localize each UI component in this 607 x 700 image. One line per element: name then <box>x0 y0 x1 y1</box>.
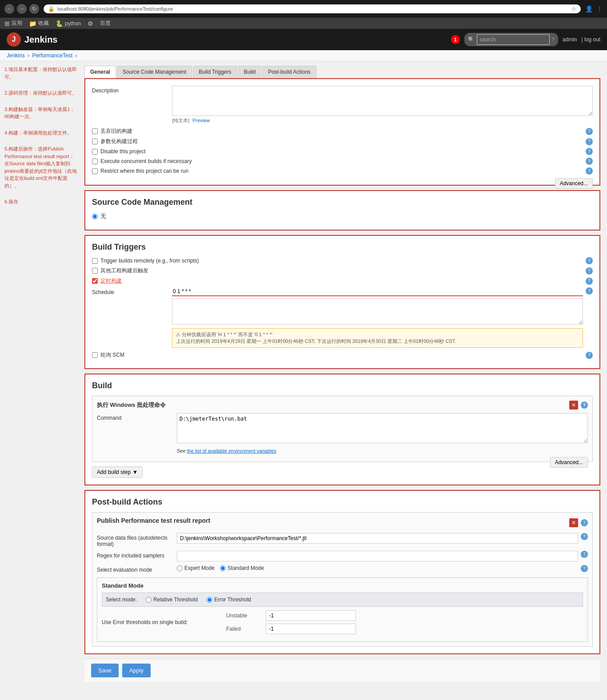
env-link[interactable]: the list of available environment variab… <box>187 448 276 453</box>
notification-badge[interactable]: 1 <box>451 35 460 44</box>
description-textarea[interactable] <box>172 86 593 116</box>
concurrent-builds-checkbox[interactable] <box>92 159 98 164</box>
user-label[interactable]: admin <box>563 36 577 43</box>
trigger-other-checkbox[interactable] <box>92 268 98 274</box>
source-files-help-icon[interactable]: ? <box>581 533 588 540</box>
sidebar-note3-text: 3.构建触发器：举例每天凌晨1：00构建一次。 <box>4 106 78 120</box>
command-row: Command D:\jmeterTest\run.bat <box>97 413 588 445</box>
general-advanced-button[interactable]: Advanced... <box>555 178 593 189</box>
tab-source-code[interactable]: Source Code Management <box>117 66 192 78</box>
python-item[interactable]: 🐍 python <box>56 20 81 27</box>
regex-input[interactable] <box>177 551 578 561</box>
checkbox-row-3: Disable this project ? <box>92 148 593 155</box>
preview-link[interactable]: Preview <box>192 118 210 123</box>
regex-label: Regex for included samplers <box>97 551 177 559</box>
help-icon-1[interactable]: ? <box>586 128 593 135</box>
jenkins-logo: J Jenkins <box>7 32 57 47</box>
schedule-textarea[interactable] <box>172 298 583 325</box>
poll-scm-label: 轮询 SCM <box>100 351 124 359</box>
sidebar-note2: 2.源码管理：保持默认认值即可。 <box>4 89 78 97</box>
failed-input[interactable] <box>266 624 356 634</box>
build-step-close-button[interactable]: ✕ <box>569 401 578 410</box>
standard-mode-box: Standard Mode Select mode: Relative Thre… <box>97 577 588 642</box>
help-icon-3[interactable]: ? <box>586 148 593 155</box>
poll-scm-checkbox[interactable] <box>92 352 98 358</box>
baidu-label: 百度 <box>100 20 111 27</box>
apps-item[interactable]: ⊞ 应用 <box>4 20 22 27</box>
select-mode-label: Select mode: <box>106 597 137 603</box>
jenkins-right: 1 🔍 ? admin | log out <box>451 33 600 46</box>
profile-icon[interactable]: 👤 <box>585 5 593 12</box>
breadcrumb: Jenkins » PerformanceTest » <box>0 50 607 61</box>
restrict-where-label: Restrict where this project can be run <box>100 168 188 174</box>
menu-icon[interactable]: ⋮ <box>596 5 603 12</box>
sidebar-note1: 1.项目基本配置：保持默认认值即可。 <box>4 66 78 80</box>
jenkins-title: Jenkins <box>24 35 57 45</box>
post-build-help-icon[interactable]: ? <box>581 519 588 526</box>
eval-mode-help-icon[interactable]: ? <box>581 565 588 572</box>
help-icon-schedule[interactable]: ? <box>586 287 593 294</box>
save-button[interactable]: Save <box>91 664 119 677</box>
python-icon: 🐍 <box>56 20 63 27</box>
regex-help-icon[interactable]: ? <box>581 551 588 558</box>
sidebar-note5-text: 5.构建后操作：选择Publish Performance test resul… <box>4 145 78 189</box>
tab-build-triggers[interactable]: Build Triggers <box>193 66 237 78</box>
help-icon-5[interactable]: ? <box>586 167 593 175</box>
search-box[interactable]: 🔍 ? <box>464 33 558 46</box>
folder-icon: 📁 <box>29 20 36 27</box>
chevron-down-icon: ▼ <box>132 469 138 475</box>
search-input[interactable] <box>477 34 550 45</box>
grid-icon: ⊞ <box>4 20 10 27</box>
logout-link[interactable]: | log out <box>582 36 600 43</box>
sidebar-note3: 3.构建触发器：举例每天凌晨1：00构建一次。 <box>4 106 78 120</box>
build-step-help-icon[interactable]: ? <box>581 402 588 409</box>
standard-mode-radio[interactable] <box>220 565 226 571</box>
breadcrumb-jenkins-link[interactable]: Jenkins <box>7 52 25 59</box>
bookmarks-item[interactable]: 📁 收藏 <box>29 20 49 27</box>
error-threshold-label: Error Threshold <box>214 597 251 603</box>
parametrize-checkbox[interactable] <box>92 139 98 144</box>
error-threshold-radio[interactable] <box>207 597 212 603</box>
add-step-row: Add build step ▼ <box>92 466 593 478</box>
trigger-remote-checkbox[interactable] <box>92 258 98 264</box>
baidu-item[interactable]: 百度 <box>100 20 111 27</box>
breadcrumb-job-link[interactable]: PerformanceTest <box>32 52 72 59</box>
source-files-input[interactable] <box>177 533 578 544</box>
forward-button[interactable]: → <box>17 4 27 14</box>
help-icon-t1[interactable]: ? <box>586 257 593 264</box>
discard-old-builds-label: 丢弃旧的构建 <box>100 127 132 135</box>
schedule-input[interactable] <box>172 287 583 296</box>
unstable-input[interactable] <box>266 610 356 621</box>
relative-threshold-radio[interactable] <box>146 597 152 603</box>
failed-label: Failed <box>226 626 262 632</box>
apply-button[interactable]: Apply <box>122 664 151 677</box>
trigger-cron-checkbox[interactable] <box>92 278 98 284</box>
expert-mode-radio[interactable] <box>177 565 183 571</box>
main-layout: 1.项目基本配置：保持默认认值即可。 2.源码管理：保持默认认值即可。 3.构建… <box>0 61 607 686</box>
help-icon-2[interactable]: ? <box>586 138 593 145</box>
tab-post-build[interactable]: Post-build Actions <box>262 66 316 78</box>
refresh-button[interactable]: ↻ <box>29 4 39 14</box>
help-icon-poll[interactable]: ? <box>586 352 593 359</box>
back-button[interactable]: ← <box>4 4 14 14</box>
settings-item[interactable]: ⚙ <box>88 20 93 27</box>
discard-old-builds-checkbox[interactable] <box>92 128 98 134</box>
build-advanced-button[interactable]: Advanced... <box>550 457 588 468</box>
help-icon-4[interactable]: ? <box>586 158 593 165</box>
none-radio[interactable] <box>92 214 98 219</box>
help-icon-t2[interactable]: ? <box>586 267 593 274</box>
trigger-remote-label: Trigger builds remotely (e.g., from scri… <box>100 258 199 264</box>
command-textarea[interactable]: D:\jmeterTest\run.bat <box>177 413 588 443</box>
address-bar[interactable]: 🔒 localhost:8080/jenkins/job/Performance… <box>44 4 581 13</box>
lock-icon: 🔒 <box>48 6 55 12</box>
post-build-close-button[interactable]: ✕ <box>569 518 578 527</box>
env-prefix: See <box>177 448 187 453</box>
help-icon-t3[interactable]: ? <box>586 278 593 285</box>
add-build-step-button[interactable]: Add build step ▼ <box>92 466 143 478</box>
tab-build[interactable]: Build <box>238 66 262 78</box>
restrict-where-checkbox[interactable] <box>92 168 98 174</box>
tab-general[interactable]: General <box>84 66 116 78</box>
disable-project-checkbox[interactable] <box>92 149 98 155</box>
trigger-row-2: 其他工程构建后触发 ? <box>92 267 593 274</box>
schedule-control: ⚠ 分钟负载应该用 'H 1 * * *' 而不是 '0 1 * * *' 上次… <box>172 287 583 348</box>
